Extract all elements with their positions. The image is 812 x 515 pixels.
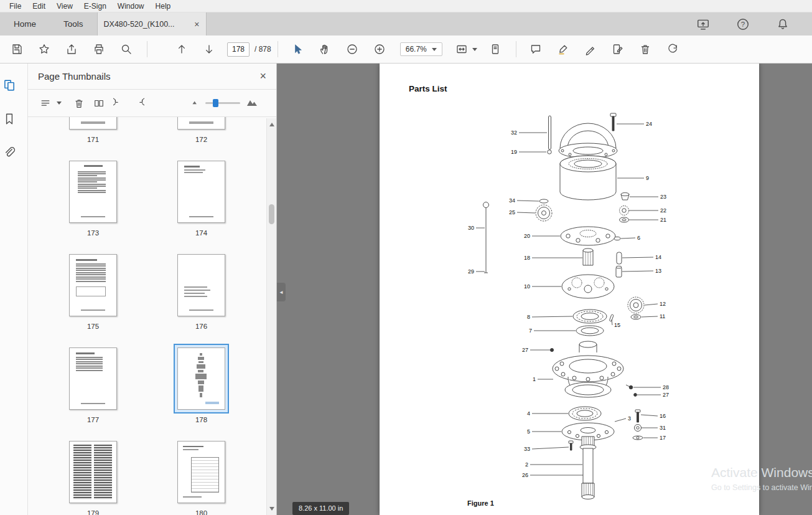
comment-icon[interactable] [526,40,545,59]
thumbnail-label: 180 [177,509,225,515]
thumbnail-image [177,254,225,316]
svg-text:?: ? [741,20,745,27]
menu-bar: FileEditViewE-SignWindowHelp [0,0,812,12]
document-viewport: ◄ Parts List [277,64,812,515]
tab-home[interactable]: Home [0,12,50,35]
next-page-icon[interactable] [200,40,218,59]
thumbnail-image [177,117,225,130]
menu-item-view[interactable]: View [51,0,78,12]
thumbnail-label: 174 [177,229,225,237]
thumbnail-page-177[interactable]: 177 [69,347,117,423]
thumbnail-page-179[interactable]: 179 [69,441,117,515]
thumbnail-zoom-slider[interactable] [205,102,240,104]
rotate-pages-icon[interactable] [663,40,682,59]
menu-item-edit[interactable]: Edit [27,0,51,12]
panel-scrollbar[interactable] [266,118,276,515]
close-panel-icon[interactable]: × [259,70,266,83]
thumbnail-page-175[interactable]: 175 [69,254,117,330]
thumbnail-page-173[interactable]: 173 [69,161,117,237]
help-icon[interactable]: ? [734,15,752,34]
callout-label-31: 31 [660,425,666,431]
select-tool-icon[interactable] [288,40,307,59]
menu-item-help[interactable]: Help [150,0,177,12]
thumbnail-image [69,117,117,130]
thumbnail-label: 176 [177,323,225,330]
callout-label-23: 23 [660,194,666,200]
save-icon[interactable] [7,40,26,59]
rotate-cw-icon[interactable] [130,95,147,112]
slider-handle[interactable] [213,99,218,107]
thumbnail-page-178[interactable]: 178 [177,347,225,423]
tab-bar: Home Tools DX480-520_(K100... × ? [0,12,812,35]
notifications-bell-icon[interactable] [773,15,792,34]
search-icon[interactable] [117,40,136,59]
scrollbar-thumb[interactable] [269,204,274,224]
zoom-level-dropdown[interactable]: 66.7% [400,42,442,56]
share-icon[interactable] [62,40,81,59]
delete-page-icon[interactable] [70,95,88,112]
fill-sign-icon[interactable] [609,40,627,59]
panel-toolbar [28,90,276,117]
page-layout-icon[interactable] [90,95,108,112]
present-screen-icon[interactable] [694,15,712,34]
page-thumbnails-icon[interactable] [0,76,19,95]
chevron-down-icon[interactable] [57,102,62,105]
callout-label-25: 25 [509,209,515,215]
bookmarks-icon[interactable] [0,110,19,128]
callout-label-5: 5 [527,428,530,435]
tab-tools[interactable]: Tools [50,12,97,35]
highlighter-icon[interactable] [554,40,572,59]
thumbnail-image [69,441,117,503]
callout-label-30: 30 [468,225,474,231]
chevron-down-icon[interactable] [472,48,477,51]
options-menu-icon[interactable] [37,95,54,112]
callout-label-33: 33 [524,446,530,452]
zoom-out-icon[interactable] [343,40,362,59]
thumbnail-grid: 171172173174175176177178179180 [28,117,276,515]
tab-document[interactable]: DX480-520_(K100... × [97,12,207,35]
previous-page-icon[interactable] [172,40,191,59]
attachments-icon[interactable] [0,143,19,162]
zoom-large-icon [246,97,259,110]
close-tab-icon[interactable]: × [194,19,199,29]
callout-label-24: 24 [646,121,652,127]
callout-label-19: 19 [511,149,517,155]
collapse-panel-handle[interactable]: ◄ [277,283,286,301]
exploded-parts-diagram: 3224199233422252130206181413291012811157… [380,64,759,515]
thumbnail-page-174[interactable]: 174 [177,161,225,237]
thumbnail-image [69,254,117,316]
thumbnail-page-180[interactable]: 180 [177,441,225,515]
rotate-ccw-icon[interactable] [110,95,128,112]
thumbnail-page-176[interactable]: 176 [177,254,225,330]
toolbar-separator [278,41,278,57]
thumbnail-page-172[interactable]: 172 [177,117,225,143]
page-number-input[interactable] [227,42,250,57]
document-tab-label: DX480-520_(K100... [104,20,189,29]
fit-width-icon[interactable] [452,40,471,59]
callout-label-12: 12 [660,301,666,307]
callout-label-17: 17 [660,435,666,441]
hand-tool-icon[interactable] [315,40,334,59]
star-icon[interactable] [35,40,54,59]
menu-item-window[interactable]: Window [112,0,150,12]
thumbnail-image [69,347,117,410]
main-toolbar: / 878 66.7% [0,35,812,64]
page-scrolling-icon[interactable] [486,40,505,59]
print-icon[interactable] [90,40,108,59]
delete-pages-icon[interactable] [636,40,655,59]
thumbnail-label: 175 [69,323,117,330]
scroll-down-icon[interactable] [269,507,274,511]
callout-label-27: 27 [663,392,669,398]
page-size-badge: 8.26 x 11.00 in [292,502,349,515]
thumbnail-label: 179 [69,509,117,515]
thumbnail-image [177,441,225,503]
scroll-up-icon[interactable] [269,123,274,126]
callout-label-3: 3 [628,415,631,422]
thumbnail-label: 171 [69,136,117,143]
menu-item-file[interactable]: File [4,0,27,12]
sign-pen-icon[interactable] [581,40,600,59]
thumbnail-page-171[interactable]: 171 [69,117,117,143]
thumbnail-image [177,347,225,410]
zoom-in-icon[interactable] [370,40,389,59]
menu-item-esign[interactable]: E-Sign [78,0,112,12]
